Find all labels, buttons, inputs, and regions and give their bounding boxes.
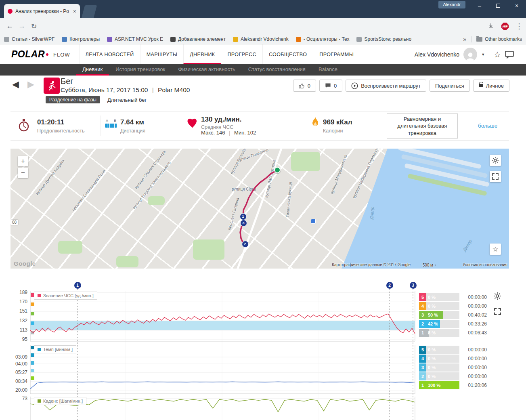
map-favorite-button[interactable]: ☆ bbox=[490, 244, 501, 255]
bookmark-item[interactable]: Aleksandr Vdovichenk bbox=[233, 36, 289, 42]
main-nav-item[interactable]: ЛЕНТА НОВОСТЕЙ bbox=[79, 44, 140, 64]
calories-label: Калории bbox=[323, 128, 343, 134]
feedback-icon[interactable] bbox=[505, 50, 514, 59]
zone-row: 18 %00:06:43 bbox=[419, 329, 487, 337]
save-page-icon[interactable] bbox=[486, 23, 496, 31]
zone-number: 3 bbox=[419, 363, 426, 372]
next-workout-icon[interactable]: ▶ bbox=[27, 79, 34, 90]
chevron-down-icon[interactable]: ▼ bbox=[481, 52, 485, 57]
user-name[interactable]: Alex Vdovichenko bbox=[415, 51, 459, 58]
favorites-star-icon[interactable]: ☆ bbox=[494, 50, 501, 59]
zone-row: 350 %00:40:02 bbox=[419, 311, 487, 319]
bookmark-item[interactable]: Статьи - SilverWPF bbox=[4, 36, 54, 42]
main-nav-item[interactable]: ПРОГРЕСС bbox=[221, 44, 262, 64]
route-lap-marker[interactable]: 1 bbox=[240, 213, 247, 220]
zone-time: 00:40:02 bbox=[464, 312, 487, 318]
subnav-item[interactable]: Balance bbox=[312, 64, 344, 76]
subnav-item[interactable]: Статус восстановления bbox=[242, 64, 312, 76]
chart-fullscreen-button[interactable] bbox=[494, 308, 501, 317]
avatar[interactable] bbox=[463, 48, 477, 61]
zone-number: 4 bbox=[419, 302, 426, 310]
fullscreen-icon bbox=[494, 308, 501, 315]
phase-tag[interactable]: Разделение на фазы bbox=[46, 96, 100, 103]
zone-percent: 8 % bbox=[428, 329, 436, 337]
adblock-icon[interactable]: ABP bbox=[501, 23, 509, 30]
y-axis-tick: 20:00 bbox=[10, 387, 27, 393]
zoom-in-button[interactable]: + bbox=[18, 156, 28, 166]
zoom-out-button[interactable]: − bbox=[18, 168, 28, 178]
other-bookmarks[interactable]: Other bookmarks bbox=[476, 36, 522, 42]
browser-profile-chip[interactable]: Alexandr bbox=[438, 1, 465, 8]
route-lap-marker[interactable]: 3 bbox=[240, 220, 247, 227]
hr-max: Макс. 146 bbox=[201, 130, 225, 136]
duration-value: 01:20:11 bbox=[37, 118, 64, 126]
hr-min: Мин. 102 bbox=[234, 130, 256, 136]
subnav-item[interactable]: Физическая активность bbox=[172, 64, 242, 76]
like-button[interactable]: 0 bbox=[293, 80, 316, 92]
main-nav-item[interactable]: СООБЩЕСТВО bbox=[262, 44, 313, 64]
y-axis-tick: 73 bbox=[10, 396, 27, 401]
privacy-button[interactable]: Личное bbox=[473, 80, 509, 92]
zone-time: 00:00:00 bbox=[464, 365, 487, 370]
cadence-chart-title: Каденс [Шаги/мин.] bbox=[43, 399, 83, 403]
training-benefit-box: Равномерная и длительная базовая трениро… bbox=[387, 113, 458, 139]
zone-bar: 50 % bbox=[426, 311, 459, 319]
close-button[interactable]: × bbox=[507, 0, 526, 11]
replay-route-button[interactable]: Воспроизвести маршрут bbox=[346, 80, 426, 92]
polar-favicon bbox=[8, 9, 13, 14]
refresh-icon[interactable]: ↻ bbox=[29, 22, 39, 31]
route-map[interactable]: 08 + − ☆ Google Картографические данные … bbox=[10, 149, 509, 269]
browser-tab[interactable]: Анализ тренировки - Po × bbox=[4, 4, 80, 18]
google-watermark: Google bbox=[14, 260, 36, 267]
maximize-button[interactable] bbox=[489, 0, 507, 11]
map-terms-link[interactable]: Условия использования bbox=[463, 262, 507, 267]
play-icon bbox=[351, 82, 358, 89]
tab-close-icon[interactable]: × bbox=[73, 8, 76, 15]
map-fullscreen-button[interactable] bbox=[490, 171, 501, 182]
training-note: Длительный бег bbox=[107, 97, 147, 103]
zone-percent: 0 % bbox=[428, 293, 436, 301]
route-start-marker[interactable] bbox=[274, 167, 281, 173]
zone-bar: 42 % bbox=[426, 320, 459, 328]
y-axis-tick: 132 bbox=[10, 318, 27, 323]
bookmark-label: SportsStore: реально bbox=[364, 36, 411, 42]
back-icon[interactable]: ← bbox=[5, 22, 15, 30]
zone-time: 00:00:00 bbox=[464, 356, 487, 361]
main-nav-item[interactable]: ПРОГРАММЫ bbox=[313, 44, 360, 64]
comment-button[interactable]: 0 bbox=[319, 80, 342, 92]
bookmark-favicon bbox=[107, 37, 112, 42]
share-button[interactable]: Поделиться bbox=[430, 80, 470, 92]
bookmark-item[interactable]: - Осцилляторы - Тех bbox=[296, 36, 350, 42]
map-settings-button[interactable] bbox=[490, 155, 501, 166]
bookmark-item[interactable]: SportsStore: реально bbox=[356, 36, 411, 42]
minimize-button[interactable]: – bbox=[470, 0, 489, 11]
bookmark-item[interactable]: ASP.NET MVC Урок Е bbox=[107, 36, 163, 42]
bookmark-favicon bbox=[62, 37, 67, 42]
route-lap-marker[interactable]: 2 bbox=[242, 241, 249, 248]
y-axis-tick: 04:00 bbox=[10, 361, 27, 367]
title-bar: Анализ тренировки - Po × Alexandr – × bbox=[0, 0, 526, 18]
main-nav-item[interactable]: МАРШРУТЫ bbox=[140, 44, 183, 64]
zone-row: 40 %00:00:00 bbox=[419, 355, 487, 363]
zone-time: 00:00:00 bbox=[464, 294, 487, 300]
cadence-chart-label: Каденс [Шаги/мин.] bbox=[34, 397, 86, 405]
prev-workout-icon[interactable]: ◀ bbox=[12, 79, 19, 90]
bookmark-item[interactable]: Контроллеры bbox=[62, 36, 100, 42]
browser-menu-icon[interactable]: ⋮ bbox=[514, 22, 524, 31]
y-axis-tick: 08:34 bbox=[10, 378, 27, 384]
more-link[interactable]: больше bbox=[478, 123, 497, 129]
hr-maxmin: Макс. 146 | Мин. 102 bbox=[201, 130, 256, 136]
bookmarks-overflow-icon[interactable]: » bbox=[463, 36, 466, 42]
bookmark-favicon bbox=[4, 37, 9, 42]
comment-count: 0 bbox=[334, 83, 337, 89]
subnav-item[interactable]: История тренировок bbox=[109, 64, 172, 76]
pace-chip-icon bbox=[38, 348, 41, 351]
bookmark-item[interactable]: Добавление элемент bbox=[170, 36, 226, 42]
new-tab-button[interactable] bbox=[82, 5, 97, 18]
chart-settings-button[interactable] bbox=[493, 292, 501, 302]
main-nav-item[interactable]: ДНЕВНИК bbox=[183, 44, 221, 64]
polar-logo[interactable]: POLAR bbox=[11, 49, 45, 60]
subnav-item[interactable]: Дневник bbox=[76, 64, 109, 76]
zone-number: 5 bbox=[419, 346, 426, 354]
forward-icon[interactable]: → bbox=[17, 22, 27, 30]
